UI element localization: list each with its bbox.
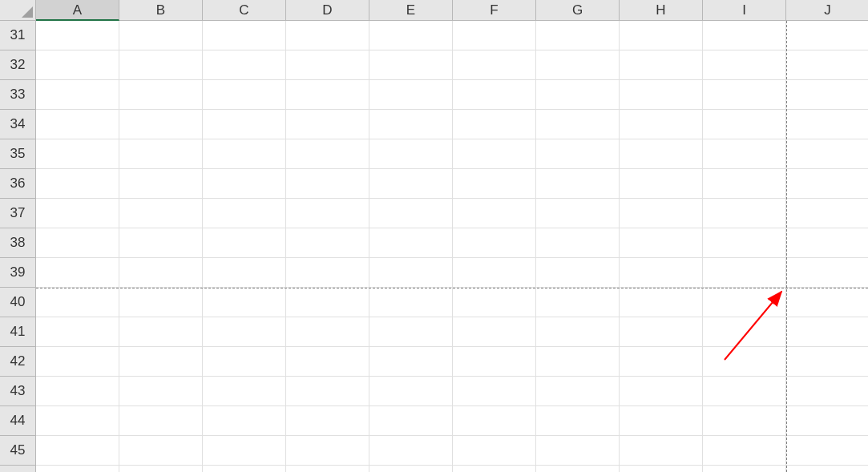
cell-D34[interactable] <box>286 110 369 139</box>
cell-I32[interactable] <box>703 50 786 80</box>
row-header-41[interactable]: 41 <box>0 317 36 347</box>
cell-E45[interactable] <box>369 436 453 466</box>
cell-E34[interactable] <box>369 110 453 139</box>
cell-E38[interactable] <box>369 228 453 258</box>
cell-B36[interactable] <box>119 169 203 199</box>
cell-G38[interactable] <box>536 228 620 258</box>
cell-D44[interactable] <box>286 406 369 436</box>
cell-E32[interactable] <box>369 50 453 80</box>
cell-H44[interactable] <box>620 406 703 436</box>
cell-A38[interactable] <box>36 228 119 258</box>
cell-E39[interactable] <box>369 258 453 288</box>
row-header-40[interactable]: 40 <box>0 288 36 317</box>
cell-C37[interactable] <box>203 199 286 228</box>
cell-F37[interactable] <box>453 199 536 228</box>
cell-G33[interactable] <box>536 80 620 110</box>
cell-D42[interactable] <box>286 347 369 377</box>
row-header-37[interactable]: 37 <box>0 199 36 228</box>
cell-B45[interactable] <box>119 436 203 466</box>
cell-B42[interactable] <box>119 347 203 377</box>
cell-B40[interactable] <box>119 288 203 317</box>
cell-F44[interactable] <box>453 406 536 436</box>
cell-F41[interactable] <box>453 317 536 347</box>
column-header-a[interactable]: A <box>36 0 119 21</box>
cell-I39[interactable] <box>703 258 786 288</box>
cell-J33[interactable] <box>786 80 868 110</box>
cell-H33[interactable] <box>620 80 703 110</box>
cell-B39[interactable] <box>119 258 203 288</box>
cell-G42[interactable] <box>536 347 620 377</box>
cell-E31[interactable] <box>369 21 453 50</box>
cell-C34[interactable] <box>203 110 286 139</box>
cell-G45[interactable] <box>536 436 620 466</box>
cell-F35[interactable] <box>453 139 536 169</box>
cell-B41[interactable] <box>119 317 203 347</box>
row-header-46[interactable]: 46 <box>0 466 36 472</box>
cell-H37[interactable] <box>620 199 703 228</box>
cell-A40[interactable] <box>36 288 119 317</box>
cell-A35[interactable] <box>36 139 119 169</box>
cell-H38[interactable] <box>620 228 703 258</box>
cell-I37[interactable] <box>703 199 786 228</box>
cell-A33[interactable] <box>36 80 119 110</box>
cell-G43[interactable] <box>536 377 620 406</box>
cell-G31[interactable] <box>536 21 620 50</box>
cell-B43[interactable] <box>119 377 203 406</box>
cell-F42[interactable] <box>453 347 536 377</box>
cell-J39[interactable] <box>786 258 868 288</box>
cell-A43[interactable] <box>36 377 119 406</box>
cell-C42[interactable] <box>203 347 286 377</box>
cell-A36[interactable] <box>36 169 119 199</box>
column-header-e[interactable]: E <box>369 0 453 21</box>
cell-F45[interactable] <box>453 436 536 466</box>
column-header-b[interactable]: B <box>119 0 203 21</box>
cell-D38[interactable] <box>286 228 369 258</box>
cell-C38[interactable] <box>203 228 286 258</box>
cell-D35[interactable] <box>286 139 369 169</box>
cell-F36[interactable] <box>453 169 536 199</box>
cell-A39[interactable] <box>36 258 119 288</box>
row-header-36[interactable]: 36 <box>0 169 36 199</box>
cell-E36[interactable] <box>369 169 453 199</box>
cell-G39[interactable] <box>536 258 620 288</box>
cell-G35[interactable] <box>536 139 620 169</box>
select-all-corner[interactable] <box>0 0 36 21</box>
cell-D33[interactable] <box>286 80 369 110</box>
cell-G44[interactable] <box>536 406 620 436</box>
cell-H42[interactable] <box>620 347 703 377</box>
cell-E40[interactable] <box>369 288 453 317</box>
column-header-f[interactable]: F <box>453 0 536 21</box>
row-header-44[interactable]: 44 <box>0 406 36 436</box>
cell-H45[interactable] <box>620 436 703 466</box>
cell-F38[interactable] <box>453 228 536 258</box>
cell-J34[interactable] <box>786 110 868 139</box>
cell-C40[interactable] <box>203 288 286 317</box>
cell-D36[interactable] <box>286 169 369 199</box>
cell-I43[interactable] <box>703 377 786 406</box>
row-header-33[interactable]: 33 <box>0 80 36 110</box>
cell-B35[interactable] <box>119 139 203 169</box>
cell-I42[interactable] <box>703 347 786 377</box>
cell-D46[interactable] <box>286 466 369 472</box>
column-header-g[interactable]: G <box>536 0 620 21</box>
cell-B33[interactable] <box>119 80 203 110</box>
cell-C31[interactable] <box>203 21 286 50</box>
column-header-c[interactable]: C <box>203 0 286 21</box>
cell-J45[interactable] <box>786 436 868 466</box>
cell-H31[interactable] <box>620 21 703 50</box>
cell-D41[interactable] <box>286 317 369 347</box>
cell-G41[interactable] <box>536 317 620 347</box>
cell-F39[interactable] <box>453 258 536 288</box>
cell-A46[interactable] <box>36 466 119 472</box>
cell-G37[interactable] <box>536 199 620 228</box>
cell-E42[interactable] <box>369 347 453 377</box>
row-header-42[interactable]: 42 <box>0 347 36 377</box>
cell-C43[interactable] <box>203 377 286 406</box>
cell-C44[interactable] <box>203 406 286 436</box>
cell-B38[interactable] <box>119 228 203 258</box>
cell-C39[interactable] <box>203 258 286 288</box>
cell-I46[interactable] <box>703 466 786 472</box>
cell-I40[interactable] <box>703 288 786 317</box>
row-header-31[interactable]: 31 <box>0 21 36 50</box>
cell-F46[interactable] <box>453 466 536 472</box>
